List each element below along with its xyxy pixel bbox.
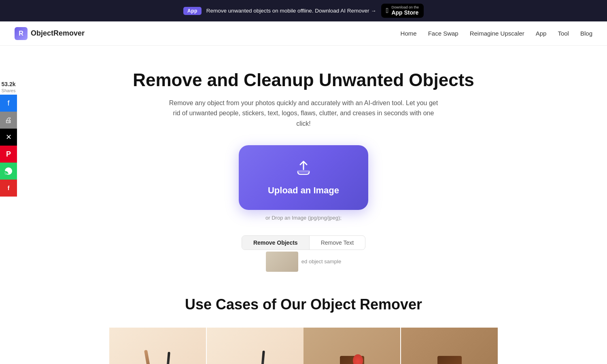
nav-link-reimagine[interactable]: Reimagine Upscaler [470, 30, 524, 37]
nav-item-blog[interactable]: Blog [580, 30, 592, 37]
apple-icon:  [386, 6, 389, 15]
banner-app-badge: App [183, 7, 202, 15]
sample-image [266, 252, 298, 272]
case-card-food: › [304, 328, 498, 364]
sample-label: ed object sample [301, 258, 341, 265]
page-subtitle: Remove any object from your photos quick… [166, 98, 441, 129]
nav-item-app[interactable]: App [536, 30, 547, 37]
makeup-items-after [242, 346, 269, 364]
shares-label: Shares [2, 88, 16, 93]
case-card-makeup: › [109, 328, 304, 364]
upload-icon [295, 159, 312, 180]
makeup-items [142, 345, 174, 364]
banner-text: Remove unwanted objects on mobile offlin… [206, 8, 376, 14]
app-store-button[interactable]:  Download on the App Store [381, 4, 424, 18]
upload-area: Upload an Image or Drop an Image (jpg/pn… [129, 145, 478, 221]
logo-icon: R [15, 27, 28, 40]
tab-remove-objects[interactable]: Remove Objects [242, 236, 310, 250]
card-divider [206, 328, 207, 364]
social-sidebar: 53.2k Shares f 🖨 ✕ P f [0, 81, 17, 197]
mascara-shape [166, 352, 170, 364]
chocolate-after [437, 356, 462, 364]
nav-link-home[interactable]: Home [401, 30, 417, 37]
logo-text: ObjectRemover [31, 29, 85, 38]
app-store-large-text: App Store [391, 10, 419, 16]
whatsapp-share-button[interactable] [0, 163, 17, 180]
page-title: Remove and Cleanup Unwanted Objects [129, 70, 478, 91]
upload-label: Upload an Image [268, 185, 339, 196]
mascara-after [260, 351, 265, 364]
app-store-text: Download on the App Store [391, 6, 419, 16]
card-divider-food [400, 328, 401, 364]
shares-count: 53.2k [1, 81, 15, 87]
tab-container: Remove Objects Remove Text [242, 235, 365, 250]
nav-link-faceswap[interactable]: Face Swap [428, 30, 458, 37]
nav-item-tool[interactable]: Tool [558, 30, 569, 37]
use-cases-section: Use Cases of Our Object Remover [0, 272, 607, 364]
cases-grid: › › [109, 328, 498, 364]
sample-row: ed object sample [129, 252, 478, 272]
makeup-after [207, 328, 304, 364]
svg-rect-0 [297, 170, 310, 173]
main-content: Remove and Cleanup Unwanted Objects Remo… [121, 46, 486, 271]
makeup-before [109, 328, 206, 364]
nav-links: Home Face Swap Reimagine Upscaler App To… [401, 30, 592, 37]
logo[interactable]: R ObjectRemover [15, 27, 85, 40]
nav-item-faceswap[interactable]: Face Swap [428, 30, 458, 37]
brush-shape [144, 349, 152, 364]
pinterest-share-button[interactable]: P [0, 146, 17, 163]
print-button[interactable]: 🖨 [0, 112, 17, 129]
nav-link-tool[interactable]: Tool [558, 30, 569, 37]
tab-area: Remove Objects Remove Text [129, 235, 478, 250]
twitter-share-button[interactable]: ✕ [0, 129, 17, 146]
upload-button[interactable]: Upload an Image [239, 145, 368, 210]
food-before [304, 328, 400, 364]
nav-link-app[interactable]: App [536, 30, 547, 37]
top-banner: App Remove unwanted objects on mobile of… [0, 0, 607, 21]
drop-hint: or Drop an Image (jpg/png/jpeg); [265, 215, 342, 221]
facebook-share-button[interactable]: f [0, 95, 17, 112]
nav-item-home[interactable]: Home [401, 30, 417, 37]
use-cases-title: Use Cases of Our Object Remover [16, 296, 591, 313]
strawberry [353, 354, 363, 364]
nav-link-blog[interactable]: Blog [580, 30, 592, 37]
nav-item-reimagine[interactable]: Reimagine Upscaler [470, 30, 524, 37]
tab-remove-text[interactable]: Remove Text [310, 236, 365, 250]
navbar: R ObjectRemover Home Face Swap Reimagine… [0, 21, 607, 46]
food-items-before [335, 351, 369, 364]
flipboard-share-button[interactable]: f [0, 180, 17, 197]
food-after [401, 328, 498, 364]
food-items-after [433, 351, 467, 364]
